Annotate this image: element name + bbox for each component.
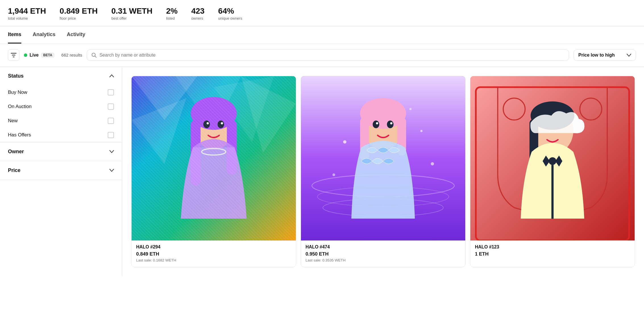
svg-marker-7 [175,76,241,131]
stat-value-total-volume: 1,944 ETH [8,7,46,16]
svg-point-33 [373,121,379,128]
stat-value-floor-price: 0.849 ETH [60,7,98,16]
nft-card-halo-123[interactable]: HALO #123 1 ETH [470,76,635,267]
svg-point-11 [193,101,234,150]
tab-analytics[interactable]: Analytics [33,26,55,43]
svg-rect-13 [191,120,201,186]
stat-unique-owners: 64% unique owners [218,7,242,20]
filter-on-auction-label: On Auction [8,104,32,109]
svg-point-18 [207,122,209,125]
filter-buy-now[interactable]: Buy Now [8,85,114,99]
toolbar: Live BETA 662 results Price low to high [0,44,644,67]
filter-section-price: Price [0,161,122,180]
owner-filter-header[interactable]: Owner [8,142,114,161]
results-count: 662 results [61,53,82,57]
svg-point-26 [333,173,335,176]
nft-info-halo-294: HALO #294 0.849 ETH Last sale: 0.1682 WE… [132,240,296,267]
stat-owners: 423 owners [191,7,205,20]
stat-value-unique-owners: 64% [218,7,242,16]
stat-label-best-offer: best offer [111,16,153,20]
status-filter-header[interactable]: Status [8,67,114,85]
filter-section-owner: Owner [0,142,122,161]
stat-label-floor-price: floor price [60,16,98,20]
nft-card-halo-474[interactable]: HALO #474 0.950 ETH Last sale: 0.3535 WE… [301,76,466,267]
svg-rect-14 [227,120,237,175]
stat-floor-price: 0.849 ETH floor price [60,7,98,20]
beta-tag: BETA [41,53,55,58]
nft-card-halo-294[interactable]: HALO #294 0.849 ETH Last sale: 0.1682 WE… [131,76,296,267]
stat-listed: 2% listed [166,7,177,20]
svg-marker-8 [214,76,274,142]
svg-point-16 [203,121,210,128]
svg-rect-1 [12,55,15,55]
status-filter-label: Status [8,73,24,79]
nft-info-halo-123: HALO #123 1 ETH [470,240,635,263]
sort-label: Price low to high [578,53,615,58]
stat-label-owners: owners [191,16,205,20]
svg-point-12 [191,97,237,130]
live-dot [24,53,27,57]
filter-icon-button[interactable] [8,49,19,61]
nft-image-halo-123 [470,76,635,240]
stat-value-listed: 2% [166,7,177,16]
filter-has-offers[interactable]: Has Offers [8,128,114,142]
svg-rect-5 [132,76,296,240]
filter-buy-now-checkbox[interactable] [108,89,114,96]
nft-info-halo-474: HALO #474 0.950 ETH Last sale: 0.3535 WE… [301,240,465,267]
filter-new-label: New [8,118,18,124]
svg-point-34 [387,121,393,128]
filter-new-checkbox[interactable] [108,118,114,124]
svg-point-27 [431,162,434,165]
search-icon [92,53,97,58]
nft-image-halo-294 [132,76,296,240]
stat-label-listed: listed [166,16,177,20]
sort-dropdown[interactable]: Price low to high [574,49,636,61]
nft-price-halo-294: 0.849 ETH [136,251,291,257]
stat-label-unique-owners: unique owners [218,16,242,20]
svg-line-4 [95,56,96,57]
filter-buy-now-label: Buy Now [8,90,27,95]
owner-filter-label: Owner [8,149,24,155]
svg-point-19 [221,122,223,125]
filter-section-status: Status Buy Now On Auction New Has Offers [0,67,122,142]
search-bar[interactable] [87,49,569,61]
price-filter-header[interactable]: Price [8,161,114,180]
search-input[interactable] [99,53,564,58]
filter-new[interactable]: New [8,114,114,128]
nft-name-halo-123: HALO #123 [475,244,630,250]
chevron-up-icon [109,74,114,77]
nft-name-halo-474: HALO #474 [306,244,461,250]
svg-point-15 [202,148,226,155]
tab-activity[interactable]: Activity [67,26,85,43]
chevron-down-icon [109,150,114,153]
tab-items[interactable]: Items [8,26,21,43]
live-label: Live [30,53,39,58]
stats-bar: 1,944 ETH total volume 0.849 ETH floor p… [0,0,644,26]
stat-total-volume: 1,944 ETH total volume [8,7,46,20]
nft-image-halo-474 [301,76,465,240]
svg-rect-0 [11,53,16,54]
svg-point-44 [549,157,556,165]
filter-on-auction-checkbox[interactable] [108,103,114,110]
svg-point-28 [409,108,412,110]
svg-rect-2 [13,57,14,57]
stat-label-total-volume: total volume [8,16,46,20]
price-filter-label: Price [8,167,20,173]
filter-on-auction[interactable]: On Auction [8,99,114,114]
nft-last-sale-halo-474: Last sale: 0.3535 WETH [306,258,461,262]
svg-marker-9 [132,98,186,164]
chevron-down-icon [627,53,631,58]
nft-last-sale-halo-294: Last sale: 0.1682 WETH [136,258,291,262]
nft-price-halo-123: 1 ETH [475,251,630,257]
filter-has-offers-label: Has Offers [8,132,31,138]
items-grid: HALO #294 0.849 ETH Last sale: 0.1682 WE… [122,67,644,276]
stat-value-owners: 423 [191,7,205,16]
svg-marker-10 [241,76,296,153]
tabs-bar: Items Analytics Activity [0,26,644,44]
svg-point-35 [376,122,378,125]
stat-best-offer: 0.31 WETH best offer [111,7,153,20]
live-indicator[interactable]: Live BETA [24,53,55,58]
svg-marker-6 [132,76,197,120]
filter-has-offers-checkbox[interactable] [108,132,114,138]
svg-rect-45 [551,165,554,219]
